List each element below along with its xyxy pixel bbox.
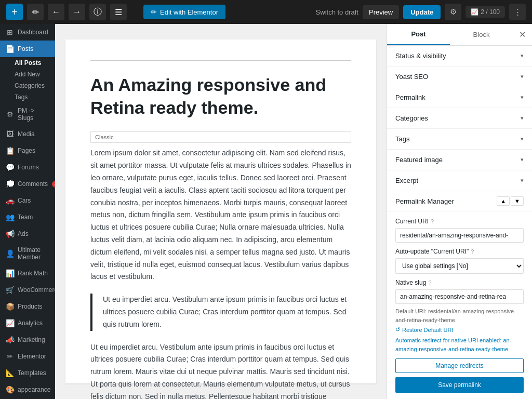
auto-update-help[interactable]: ? bbox=[471, 248, 474, 255]
body-text-1: Lorem ipsum dolor sit amet, consectetur … bbox=[90, 147, 351, 283]
edit-with-elementor-button[interactable]: ✏ Edit with Elementor bbox=[143, 5, 225, 19]
ads-icon: 📢 bbox=[5, 230, 15, 238]
current-uri-input[interactable] bbox=[395, 228, 524, 243]
cars-icon: 🚗 bbox=[5, 196, 15, 205]
section-status-visibility-header[interactable]: Status & visibility ▾ bbox=[387, 46, 532, 66]
section-categories-header[interactable]: Categories ▾ bbox=[387, 108, 532, 128]
native-slug-input[interactable] bbox=[395, 289, 524, 304]
sidebar-item-rank-math[interactable]: 📊 Rank Math bbox=[0, 265, 55, 282]
marketing-icon: 📣 bbox=[5, 336, 15, 344]
sidebar-sub-add-new[interactable]: Add New bbox=[0, 69, 55, 80]
woocommerce-icon: 🛒 bbox=[5, 286, 15, 294]
sidebar: ⊞ Dashboard 📄 Posts All Posts Add New Ca… bbox=[0, 24, 55, 399]
auto-update-select[interactable]: Use global settings [No] bbox=[395, 258, 524, 274]
restore-default-uri-link[interactable]: ↺ Restore Default URI bbox=[395, 326, 524, 333]
panel-header: Post Block ✕ bbox=[387, 24, 532, 46]
add-block-button[interactable]: + bbox=[6, 4, 23, 20]
sidebar-item-elementor[interactable]: ✏ Elementor bbox=[0, 348, 55, 365]
collapse-button[interactable]: ▼ bbox=[511, 196, 524, 206]
section-tags: Tags ▾ bbox=[387, 129, 532, 150]
section-yoast-seo-header[interactable]: Yoast SEO ▾ bbox=[387, 66, 532, 87]
dashboard-icon: ⊞ bbox=[5, 28, 15, 36]
section-excerpt: Excerpt ▾ bbox=[387, 170, 532, 191]
list-view-button[interactable]: ☰ bbox=[110, 4, 127, 20]
sidebar-item-ads[interactable]: 📢 Ads bbox=[0, 225, 55, 242]
rank-math-icon: 📊 bbox=[5, 269, 15, 277]
sidebar-item-woocommerce[interactable]: 🛒 WooCommerce bbox=[0, 282, 55, 298]
native-slug-label: Native slug ? bbox=[395, 279, 524, 286]
section-permalink: Permalink ▾ bbox=[387, 87, 532, 108]
tab-block[interactable]: Block bbox=[450, 24, 513, 45]
forums-icon: 💬 bbox=[5, 163, 15, 171]
undo-button[interactable]: ← bbox=[48, 4, 64, 20]
main-layout: ⊞ Dashboard 📄 Posts All Posts Add New Ca… bbox=[0, 24, 532, 399]
section-featured-image-header[interactable]: Featured image ▾ bbox=[387, 150, 532, 170]
pm-slugs-icon: ⚙ bbox=[5, 110, 15, 118]
sidebar-item-appearance[interactable]: 🎨 appearance bbox=[0, 381, 55, 398]
auto-redirect-text: Automatic redirect for native URI enable… bbox=[395, 336, 524, 353]
editor-content: An Amazing responsive and Retina ready t… bbox=[65, 39, 376, 383]
section-status-visibility: Status & visibility ▾ bbox=[387, 46, 532, 66]
stat-button[interactable]: 📈 2 / 100 bbox=[466, 6, 505, 18]
panel-close-button[interactable]: ✕ bbox=[513, 25, 532, 44]
auto-update-label: Auto-update "Current URI" ? bbox=[395, 248, 524, 255]
settings-icon-button[interactable]: ⚙ bbox=[445, 4, 461, 20]
tab-post[interactable]: Post bbox=[387, 24, 450, 45]
sidebar-item-pages[interactable]: 📋 Pages bbox=[0, 142, 55, 159]
sidebar-item-forums[interactable]: 💬 Forums bbox=[0, 159, 55, 176]
templates-icon: 📐 bbox=[5, 369, 15, 377]
section-tags-header[interactable]: Tags ▾ bbox=[387, 129, 532, 149]
chevron-status-icon: ▾ bbox=[521, 52, 524, 59]
sidebar-item-templates[interactable]: 📐 Templates bbox=[0, 365, 55, 381]
current-uri-help[interactable]: ? bbox=[431, 218, 434, 224]
chevron-yoast-icon: ▾ bbox=[521, 73, 524, 80]
post-title[interactable]: An Amazing responsive and Retina ready t… bbox=[90, 73, 351, 119]
sidebar-item-media[interactable]: 🖼 Media bbox=[0, 126, 55, 142]
blockquote: Ut eu imperdiet arcu. Vestibulum ante ip… bbox=[90, 294, 351, 330]
permalink-manager-header[interactable]: Permalink Manager ▲ ▼ bbox=[387, 191, 532, 211]
edit-pencil-button[interactable]: ✏ bbox=[27, 4, 44, 20]
appearance-icon: 🎨 bbox=[5, 385, 15, 394]
team-icon: 👥 bbox=[5, 213, 15, 221]
classic-block-label[interactable]: Classic bbox=[90, 131, 351, 143]
info-button[interactable]: ⓘ bbox=[89, 4, 106, 20]
sidebar-item-ultimate-member[interactable]: 👤 Ultimate Member bbox=[0, 242, 55, 265]
update-button[interactable]: Update bbox=[403, 5, 441, 19]
current-uri-label: Current URI ? bbox=[395, 218, 524, 225]
permalink-manager-body: Current URI ? Auto-update "Current URI" … bbox=[387, 211, 532, 399]
switch-to-draft-button[interactable]: Switch to draft bbox=[316, 8, 358, 16]
pages-icon: 📋 bbox=[5, 147, 15, 155]
sidebar-item-pm-slugs[interactable]: ⚙ PM -> Slugs bbox=[0, 103, 55, 126]
more-options-button[interactable]: ⋮ bbox=[509, 4, 526, 20]
preview-button[interactable]: Preview bbox=[363, 5, 399, 19]
sidebar-item-cars[interactable]: 🚗 Cars bbox=[0, 192, 55, 209]
sidebar-item-products[interactable]: 📦 Products bbox=[0, 298, 55, 315]
save-permalink-button[interactable]: Save permalink bbox=[395, 377, 524, 393]
sidebar-item-posts[interactable]: 📄 Posts bbox=[0, 41, 55, 57]
manage-redirects-button[interactable]: Manage redirects bbox=[395, 358, 524, 373]
sidebar-sub-categories[interactable]: Categories bbox=[0, 80, 55, 91]
section-categories: Categories ▾ bbox=[387, 108, 532, 129]
section-featured-image: Featured image ▾ bbox=[387, 150, 532, 170]
sidebar-item-marketing[interactable]: 📣 Marketing bbox=[0, 331, 55, 348]
sidebar-item-dashboard[interactable]: ⊞ Dashboard bbox=[0, 24, 55, 41]
chevron-categories-icon: ▾ bbox=[521, 115, 524, 122]
sidebar-item-comments[interactable]: 💭 Comments 4 bbox=[0, 176, 55, 192]
sidebar-sub-tags[interactable]: Tags bbox=[0, 91, 55, 103]
top-toolbar: + ✏ ← → ⓘ ☰ ✏ Edit with Elementor Switch… bbox=[0, 0, 532, 24]
section-permalink-header[interactable]: Permalink ▾ bbox=[387, 87, 532, 108]
chevron-tags-icon: ▾ bbox=[521, 136, 524, 142]
right-panel: Post Block ✕ Status & visibility ▾ Yoast… bbox=[387, 24, 532, 399]
posts-icon: 📄 bbox=[5, 45, 15, 53]
analytics-icon: 📈 bbox=[5, 319, 15, 327]
expand-button[interactable]: ▲ bbox=[497, 196, 510, 206]
top-divider bbox=[90, 60, 351, 61]
body-text-2: Ut eu imperdiet arcu. Vestibulum ante ip… bbox=[90, 341, 351, 399]
sidebar-item-analytics[interactable]: 📈 Analytics bbox=[0, 315, 55, 331]
sidebar-sub-all-posts[interactable]: All Posts bbox=[0, 57, 55, 69]
elementor-icon: ✏ bbox=[5, 352, 15, 361]
redo-button[interactable]: → bbox=[69, 4, 85, 20]
section-excerpt-header[interactable]: Excerpt ▾ bbox=[387, 170, 532, 191]
sidebar-item-team[interactable]: 👥 Team bbox=[0, 209, 55, 225]
native-slug-help[interactable]: ? bbox=[428, 280, 431, 286]
